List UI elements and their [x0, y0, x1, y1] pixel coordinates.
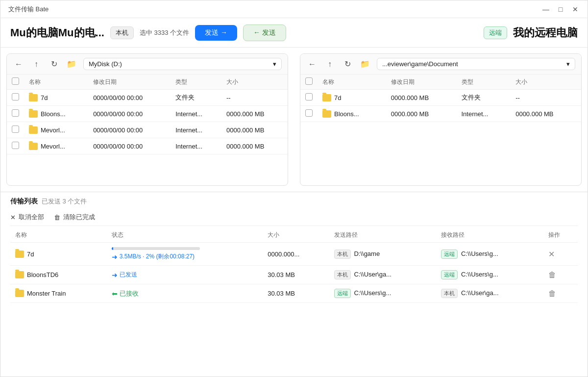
col-name-local: 名称	[24, 75, 88, 90]
transfer-item-name: 7d	[27, 251, 34, 258]
open-folder-button-remote[interactable]: 📁	[359, 58, 371, 70]
cancel-all-button[interactable]: ✕ 取消全部	[10, 213, 44, 222]
transfer-op-cell[interactable]: 🗑	[543, 284, 578, 303]
select-all-remote[interactable]	[305, 77, 313, 85]
col-type-local: 类型	[171, 75, 221, 90]
refresh-button-local[interactable]: ↻	[48, 58, 60, 70]
table-row[interactable]: Bloons... 0000/00/00 00:00 Internet... 0…	[7, 106, 288, 122]
minimize-button[interactable]: —	[541, 5, 550, 14]
transfer-op-cell[interactable]: 🗑	[543, 266, 578, 284]
src-badge: 本机	[334, 250, 351, 259]
open-folder-button-local[interactable]: 📁	[66, 58, 77, 70]
remote-badge: 远端	[484, 26, 507, 39]
row-checkbox[interactable]	[12, 126, 19, 133]
local-file-panel: ← ↑ ↻ 📁 MyDisk (D:) ▾ 名称	[6, 53, 288, 186]
src-badge: 远端	[334, 289, 351, 298]
send-button[interactable]: 发送 →	[195, 25, 237, 41]
op-button[interactable]: 🗑	[548, 271, 556, 279]
folder-icon	[322, 110, 331, 118]
remote-device-name: 我的远程电脑	[513, 25, 578, 40]
row-checkbox[interactable]	[12, 109, 19, 117]
up-button-remote[interactable]: ↑	[324, 58, 336, 70]
file-size: 0000.000 MB	[221, 106, 288, 122]
row-checkbox[interactable]	[305, 93, 313, 101]
path-dropdown-remote[interactable]: ...eviewer\game\Document ▾	[377, 58, 575, 70]
file-type: 文件夹	[457, 90, 511, 106]
dst-path-text: C:\\Users\g...	[461, 271, 498, 278]
transfer-item-name: Monster Train	[27, 290, 66, 297]
file-size: --	[221, 90, 288, 106]
table-row[interactable]: Mevorl... 0000/00/00 00:00 Internet... 0…	[7, 138, 288, 154]
send-arrow-icon: ➜	[112, 253, 118, 261]
file-type: 文件夹	[171, 90, 221, 106]
transfer-size: 0000.000...	[263, 243, 329, 266]
transfer-status-cell: ➜ 已发送	[107, 266, 263, 284]
file-name: 7d	[41, 94, 48, 101]
row-checkbox[interactable]	[12, 142, 19, 149]
file-name: Bloons...	[41, 110, 66, 118]
folder-icon	[29, 126, 38, 134]
row-checkbox[interactable]	[305, 109, 313, 117]
transfer-src-path: 远端 C:\\Users\g...	[329, 284, 437, 303]
path-text-local: MyDisk (D:)	[89, 60, 122, 68]
remote-toolbar: ← ↑ ↻ 📁 ...eviewer\game\Document ▾	[300, 54, 581, 75]
list-item: Monster Train ⬅ 已接收 30.03 MB 远端 C:\\User…	[10, 284, 578, 303]
src-path-text: D:\\game	[354, 250, 380, 257]
op-button[interactable]: ✕	[548, 250, 555, 258]
col-type-remote: 类型	[457, 75, 511, 90]
back-button-remote[interactable]: ←	[306, 58, 318, 70]
file-size: --	[511, 90, 581, 106]
main-content: ← ↑ ↻ 📁 MyDisk (D:) ▾ 名称	[0, 48, 588, 377]
received-status-text: 已接收	[120, 289, 139, 298]
transfer-src-path: 本机 D:\\game	[329, 243, 437, 266]
table-row[interactable]: 7d 0000.000 MB 文件夹 --	[300, 90, 581, 106]
file-size: 0000.000 MB	[511, 106, 581, 122]
up-button-local[interactable]: ↑	[30, 58, 42, 70]
file-name: Bloons...	[334, 110, 359, 118]
op-button[interactable]: 🗑	[548, 289, 556, 298]
close-button[interactable]: ✕	[571, 5, 580, 14]
table-row[interactable]: 7d 0000/00/00 00:00 文件夹 --	[7, 90, 288, 106]
local-toolbar: ← ↑ ↻ 📁 MyDisk (D:) ▾	[7, 54, 288, 75]
transfer-section: 传输列表 已发送 3 个文件 ✕ 取消全部 🗑 清除已完成 名称 状态	[0, 192, 588, 377]
clear-done-button[interactable]: 🗑 清除已完成	[54, 213, 95, 222]
dst-badge: 远端	[441, 270, 458, 279]
transfer-size: 30.03 MB	[263, 266, 329, 284]
received-arrow-icon: ⬅	[112, 290, 118, 298]
back-button-local[interactable]: ←	[13, 58, 24, 70]
receive-button[interactable]: ← 发送	[243, 25, 286, 41]
transfer-dst-path: 远端 C:\\Users\g...	[436, 243, 543, 266]
folder-icon	[29, 143, 38, 150]
transfer-table: 名称 状态 大小 发送路径 接收路径 操作 7d	[10, 228, 578, 303]
transfer-src-path: 本机 C:\\User\ga...	[329, 266, 437, 284]
path-text-remote: ...eviewer\game\Document	[382, 60, 458, 68]
path-dropdown-local[interactable]: MyDisk (D:) ▾	[83, 58, 282, 70]
remote-file-table: 名称 修改日期 类型 大小 7d 0000.000 MB	[300, 75, 581, 122]
file-date: 0000/00/00 00:00	[88, 106, 171, 122]
transfer-dst-path: 远端 C:\\Users\g...	[436, 266, 543, 284]
maximize-button[interactable]: □	[556, 5, 565, 14]
folder-icon	[322, 94, 331, 101]
selected-file-count: 选中 3333 个文件	[140, 28, 189, 37]
file-name: Mevorl...	[41, 143, 65, 150]
folder-icon	[15, 251, 24, 258]
dst-badge: 本机	[441, 289, 458, 298]
table-row[interactable]: Bloons... 0000.000 MB Internet... 0000.0…	[300, 106, 581, 122]
src-path-text: C:\\User\ga...	[354, 271, 392, 278]
select-all-local[interactable]	[12, 77, 19, 85]
folder-icon	[15, 271, 24, 278]
file-size: 0000.000 MB	[221, 122, 288, 138]
refresh-button-remote[interactable]: ↻	[342, 58, 353, 70]
transfer-op-cell[interactable]: ✕	[543, 243, 578, 266]
local-file-table: 名称 修改日期 类型 大小 7d 0000/00/00 00:0	[7, 75, 288, 154]
progress-bar-container	[112, 247, 200, 250]
window-controls: — □ ✕	[541, 5, 580, 14]
path-chevron-remote: ▾	[566, 60, 570, 68]
th-name: 名称	[10, 228, 107, 243]
col-size-local: 大小	[221, 75, 288, 90]
transfer-item-name: BloonsTD6	[27, 271, 58, 278]
transfer-actions: ✕ 取消全部 🗑 清除已完成	[10, 209, 578, 226]
row-checkbox[interactable]	[12, 93, 19, 101]
transfer-size: 30.03 MB	[263, 284, 329, 303]
table-row[interactable]: Mevorl... 0000/00/00 00:00 Internet... 0…	[7, 122, 288, 138]
